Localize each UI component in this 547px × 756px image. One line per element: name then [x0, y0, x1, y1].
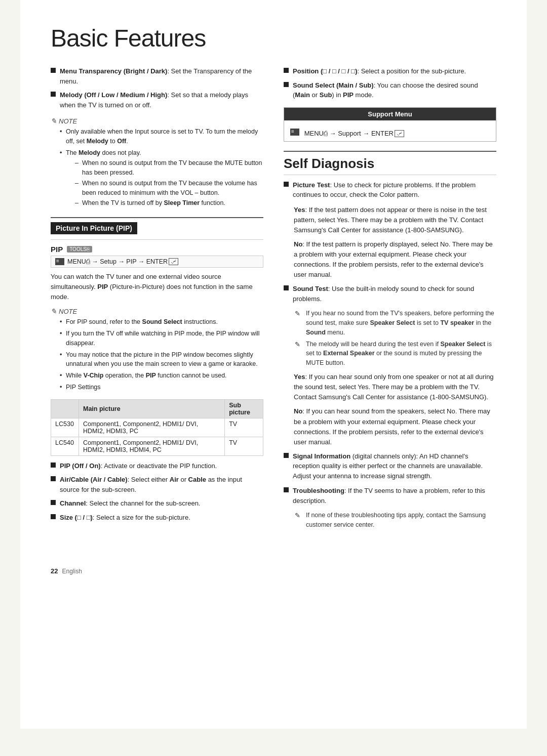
page-footer: 22 English [51, 552, 496, 575]
item-text: Picture Test: Use to check for picture p… [293, 180, 496, 200]
table-row: LC530 Component1, Component2, HDMI1/ DVI… [51, 418, 263, 437]
section-divider-light [51, 239, 263, 240]
note-label: NOTE [51, 117, 263, 125]
note-text: If none of these troubleshooting tips ap… [306, 511, 496, 530]
note-icon: ✎ [295, 511, 303, 521]
item-label: Melody (Off / Low / Medium / High) [60, 91, 167, 99]
self-diag-divider [284, 151, 496, 152]
bullet-icon [51, 500, 56, 505]
item-text: Signal Information (digital channels onl… [293, 451, 496, 481]
table-cell-model: LC530 [51, 418, 79, 437]
item-text: Position (□ / □ / □ / □): Select a posit… [293, 66, 466, 76]
sound-test-bullets: Sound Test: Use the built-in melody soun… [284, 284, 496, 304]
bullet-icon [284, 68, 289, 73]
item-text: Air/Cable (Air / Cable): Select either A… [60, 475, 263, 494]
table-header-sub: Sub picture [225, 399, 263, 418]
bullet-icon [284, 487, 289, 492]
pip-note-item: For PIP sound, refer to the Sound Select… [60, 317, 263, 327]
pip-table: Main picture Sub picture LC530 Component… [51, 399, 263, 456]
table-cell-main: Component1, Component2, HDMI1/ DVI, HDMI… [79, 418, 225, 437]
list-item: Picture Test: Use to check for picture p… [284, 180, 496, 200]
top-bullets: Menu Transparency (Bright / Dark): Set t… [51, 66, 263, 110]
pip-note-item: While V-Chip operation, the PIP function… [60, 371, 263, 381]
table-cell-main: Component1, Component2, HDMI1/ DVI, HDMI… [79, 437, 225, 455]
menu-icon [55, 258, 64, 265]
table-header-empty [51, 399, 79, 418]
sub-note-item: When the TV is turned off by Sleep Timer… [75, 198, 263, 208]
right-top-bullets: Position (□ / □ / □ / □): Select a posit… [284, 66, 496, 100]
item-text: Sound Select (Main / Sub): You can choos… [293, 80, 496, 100]
table-header-main: Main picture [79, 399, 225, 418]
table-cell-model: LC540 [51, 437, 79, 455]
self-diagnosis-title: Self Diagnosis [284, 156, 496, 172]
pip-label: PIP [51, 245, 63, 254]
pip-section-title: Picture In Picture (PIP) [51, 222, 137, 234]
page-number: 22 [51, 567, 58, 575]
support-menu-title: Support Menu [284, 108, 496, 120]
table-header-row: Main picture Sub picture [51, 399, 263, 418]
support-menu-path: MENU⎙ → Support → ENTER⍻ [284, 124, 496, 141]
pip-note-list: For PIP sound, refer to the Sound Select… [51, 317, 263, 392]
item-text: Menu Transparency (Bright / Dark): Set t… [60, 66, 263, 86]
bullet-icon [51, 514, 56, 519]
list-item: Signal Information (digital channels onl… [284, 451, 496, 481]
list-item: Troubleshooting: If the TV seems to have… [284, 486, 496, 506]
pip-note-item: If you turn the TV off while watching in… [60, 329, 263, 348]
bullet-icon [284, 285, 289, 290]
left-column: Menu Transparency (Bright / Dark): Set t… [51, 66, 263, 532]
note-item: Only available when the Input source is … [60, 127, 263, 146]
bullet-icon [51, 476, 56, 481]
picture-test-no: No: If the test pattern is properly disp… [284, 239, 496, 280]
sub-note-item: When no sound is output from the TV beca… [75, 179, 263, 198]
table-row: LC540 Component1, Component2, HDMI1/ DVI… [51, 437, 263, 455]
signal-info-bullets: Signal Information (digital channels onl… [284, 451, 496, 506]
note-sub-sub-list: When no sound is output from the TV beca… [66, 158, 263, 208]
item-text: Size (□ / □): Select a size for the sub-… [60, 513, 190, 523]
bullet-icon [284, 453, 289, 458]
pip-after-bullets: PIP (Off / On): Activate or deactivate t… [51, 461, 263, 523]
bullet-icon [51, 92, 56, 97]
sound-test-note2: ✎ The melody will be heard during the te… [284, 340, 496, 368]
bullet-icon [284, 82, 289, 87]
sound-test-yes: Yes: If you can hear sound only from one… [284, 372, 496, 402]
enter-icon-support: ⍻ [395, 130, 404, 137]
list-item: Melody (Off / Low / Medium / High): Set … [51, 90, 263, 110]
note-list: Only available when the Input source is … [51, 127, 263, 208]
menu-path-text: MENU⎙ → Setup → PIP → ENTER⍻ [67, 258, 178, 265]
support-menu-path-text: MENU⎙ → Support → ENTER⍻ [304, 130, 404, 137]
bullet-icon [51, 68, 56, 73]
list-item: Sound Test: Use the built-in melody soun… [284, 284, 496, 304]
menu-path-pip: MENU⎙ → Setup → PIP → ENTER⍻ [51, 256, 263, 268]
note-text: The melody will be heard during the test… [306, 340, 496, 368]
right-column: Position (□ / □ / □ / □): Select a posit… [284, 66, 496, 532]
item-text: Melody (Off / Low / Medium / High): Set … [60, 90, 263, 110]
list-item: PIP (Off / On): Activate or deactivate t… [51, 461, 263, 471]
table-cell-sub: TV [225, 418, 263, 437]
tools-badge: TOOLS⎘ [67, 246, 92, 253]
bullet-icon [51, 463, 56, 468]
pip-note-block: NOTE For PIP sound, refer to the Sound S… [51, 307, 263, 392]
item-text: Channel: Select the channel for the sub-… [60, 498, 200, 509]
page-lang: English [62, 568, 82, 575]
self-diag-divider-light [284, 175, 496, 175]
item-label: Menu Transparency (Bright / Dark) [60, 67, 167, 75]
sound-test-note1: ✎ If you hear no sound from the TV's spe… [284, 309, 496, 337]
section-divider [51, 217, 263, 218]
pip-note-item: You may notice that the picture in the P… [60, 350, 263, 369]
pip-note-item: PIP Settings [60, 383, 263, 392]
item-text: Troubleshooting: If the TV seems to have… [293, 486, 496, 506]
enter-icon: ⍻ [169, 258, 178, 265]
pip-description: You can watch the TV tuner and one exter… [51, 272, 263, 302]
picture-test-yes: Yes: If the test pattern does not appear… [284, 205, 496, 235]
list-item: Channel: Select the channel for the sub-… [51, 498, 263, 509]
pip-note-label: NOTE [51, 307, 263, 315]
self-diag-bullets: Picture Test: Use to check for picture p… [284, 180, 496, 200]
menu-icon-support [290, 129, 299, 136]
support-menu-box: Support Menu MENU⎙ → Support → ENTER⍻ [284, 107, 496, 142]
two-column-layout: Menu Transparency (Bright / Dark): Set t… [51, 66, 496, 532]
note-icon: ✎ [295, 309, 303, 319]
note-block: NOTE Only available when the Input sourc… [51, 117, 263, 208]
pip-header: PIP TOOLS⎘ [51, 245, 263, 254]
note-item: The Melody does not play. When no sound … [60, 148, 263, 208]
note-icon: ✎ [295, 340, 303, 350]
